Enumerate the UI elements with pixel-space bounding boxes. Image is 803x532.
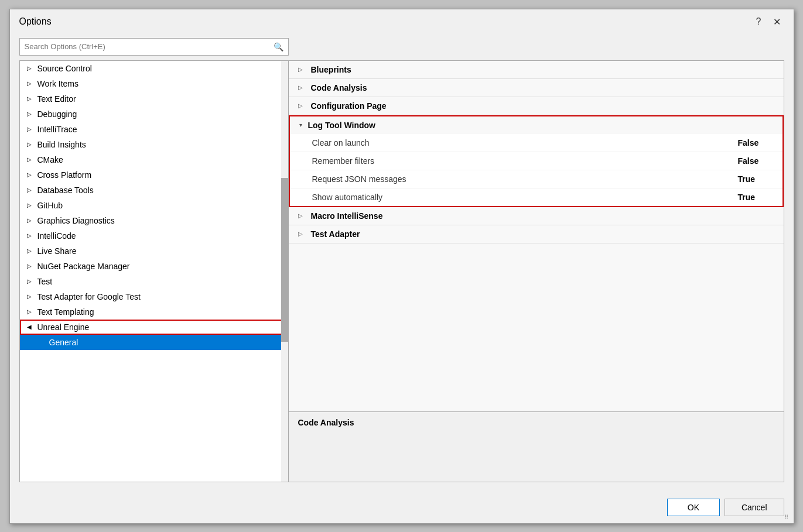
log-tool-arrow: ▾: [299, 122, 302, 128]
arrow-icon: ▷: [27, 156, 34, 163]
right-bottom: Code Analysis: [289, 411, 784, 482]
tree-item-github[interactable]: ▷GitHub: [20, 198, 288, 213]
tree-item-label: Database Tools: [37, 186, 94, 195]
arrow-icon: ◀: [27, 324, 34, 330]
tree-item-label: Live Share: [37, 246, 77, 256]
search-box: 🔍: [19, 38, 289, 56]
log-tool-window-section: ▾ Log Tool Window Clear on launchFalseRe…: [289, 115, 784, 207]
setting-name: Request JSON messages: [312, 174, 738, 184]
tree-item-label: Text Templating: [37, 307, 94, 317]
option-row-macro-intellisense[interactable]: ▷Macro IntelliSense: [289, 207, 784, 225]
search-icon: 🔍: [274, 42, 283, 52]
tree-item-label: IntelliCode: [37, 231, 76, 241]
ok-button[interactable]: OK: [667, 499, 720, 516]
tree-item-test[interactable]: ▷Test: [20, 274, 288, 289]
chevron-right-icon: ▷: [298, 102, 305, 109]
tree-item-cross-platform[interactable]: ▷Cross Platform: [20, 167, 288, 183]
tree-item-general[interactable]: General: [20, 335, 288, 350]
arrow-icon: ▷: [27, 278, 34, 284]
options-dialog: Options ? ✕ 🔍 ▷Source Control▷Work Items…: [9, 9, 794, 524]
option-row-blueprints[interactable]: ▷Blueprints: [289, 61, 784, 78]
arrow-icon: ▷: [27, 248, 34, 254]
arrow-icon: ▷: [27, 263, 34, 269]
tree-item-label: Test Adapter for Google Test: [37, 292, 141, 301]
tree-item-live-share[interactable]: ▷Live Share: [20, 243, 288, 259]
option-section-configuration-page: ▷Configuration Page: [289, 97, 784, 115]
tree-item-source-control[interactable]: ▷Source Control: [20, 61, 288, 76]
arrow-icon: ▷: [27, 80, 34, 87]
option-row-code-analysis[interactable]: ▷Code Analysis: [289, 79, 784, 97]
tree-item-cmake[interactable]: ▷CMake: [20, 152, 288, 167]
tree-item-text-templating[interactable]: ▷Text Templating: [20, 304, 288, 320]
dialog-body: 🔍 ▷Source Control▷Work Items▷Text Editor…: [10, 33, 794, 492]
log-tool-body: Clear on launchFalseRemember filtersFals…: [290, 134, 783, 206]
title-bar-controls: ? ✕: [753, 15, 784, 29]
tree-item-debugging[interactable]: ▷Debugging: [20, 107, 288, 122]
setting-name: Clear on launch: [312, 138, 738, 147]
scrollbar-track[interactable]: [281, 61, 288, 482]
setting-value: True: [738, 174, 773, 184]
tree-item-label: Unreal Engine: [37, 322, 90, 332]
setting-row-request-json-messages[interactable]: Request JSON messagesTrue: [290, 170, 783, 188]
chevron-right-icon: ▷: [298, 231, 305, 237]
setting-row-clear-on-launch[interactable]: Clear on launchFalse: [290, 134, 783, 152]
arrow-icon: ▷: [27, 65, 34, 71]
arrow-icon: ▷: [27, 171, 34, 178]
option-row-test-adapter[interactable]: ▷Test Adapter: [289, 225, 784, 243]
tree-item-nuget-package-manager[interactable]: ▷NuGet Package Manager: [20, 259, 288, 274]
tree-item-label: Test: [37, 277, 53, 286]
log-tool-label: Log Tool Window: [308, 121, 375, 130]
arrow-icon: ▷: [27, 308, 34, 315]
tree-item-label: NuGet Package Manager: [37, 262, 130, 271]
tree-item-label: GitHub: [37, 201, 63, 210]
option-label: Test Adapter: [311, 229, 360, 239]
setting-row-remember-filters[interactable]: Remember filtersFalse: [290, 152, 783, 170]
dialog-title: Options: [19, 16, 52, 27]
arrow-icon: ▷: [27, 187, 34, 193]
setting-name: Remember filters: [312, 156, 738, 166]
title-bar: Options ? ✕: [10, 9, 794, 33]
search-row: 🔍: [19, 38, 784, 56]
dialog-footer: OK Cancel: [10, 492, 794, 523]
resize-corner[interactable]: ⠿: [784, 514, 791, 521]
tree-item-test-adapter-google[interactable]: ▷Test Adapter for Google Test: [20, 289, 288, 304]
option-row-configuration-page[interactable]: ▷Configuration Page: [289, 97, 784, 115]
arrow-icon: ▷: [27, 95, 34, 102]
option-section-code-analysis: ▷Code Analysis: [289, 79, 784, 97]
arrow-icon: ▷: [27, 217, 34, 224]
arrow-icon: ▷: [27, 141, 34, 147]
option-label: Macro IntelliSense: [311, 211, 383, 221]
arrow-icon: ▷: [27, 232, 34, 239]
cancel-button[interactable]: Cancel: [725, 499, 784, 516]
option-label: Blueprints: [311, 65, 351, 74]
log-tool-header[interactable]: ▾ Log Tool Window: [290, 116, 783, 134]
close-button[interactable]: ✕: [770, 15, 784, 29]
chevron-right-icon: ▷: [298, 66, 305, 73]
setting-row-show-automatically[interactable]: Show automaticallyTrue: [290, 188, 783, 206]
option-section-macro-intellisense: ▷Macro IntelliSense: [289, 207, 784, 225]
tree-item-unreal-engine[interactable]: ◀Unreal Engine: [20, 320, 288, 335]
help-button[interactable]: ?: [753, 15, 765, 28]
option-label: Configuration Page: [311, 101, 387, 111]
tree-item-graphics-diagnostics[interactable]: ▷Graphics Diagnostics: [20, 213, 288, 228]
tree-item-intellicode[interactable]: ▷IntelliCode: [20, 228, 288, 243]
arrow-icon: ▷: [27, 202, 34, 208]
tree-item-label: Cross Platform: [37, 170, 92, 180]
tree-item-label: Build Insights: [37, 140, 86, 149]
tree-item-label: Debugging: [37, 109, 77, 119]
tree-item-database-tools[interactable]: ▷Database Tools: [20, 183, 288, 198]
search-input[interactable]: [25, 42, 274, 51]
tree-item-text-editor[interactable]: ▷Text Editor: [20, 91, 288, 107]
scrollbar-thumb[interactable]: [281, 178, 288, 342]
tree-item-label: Text Editor: [37, 94, 76, 104]
tree-item-work-items[interactable]: ▷Work Items: [20, 76, 288, 91]
tree-item-intellitrace[interactable]: ▷IntelliTrace: [20, 122, 288, 137]
chevron-right-icon: ▷: [298, 84, 305, 91]
tree-item-label: Work Items: [37, 79, 79, 88]
arrow-icon: ▷: [27, 111, 34, 117]
setting-value: False: [738, 138, 773, 147]
option-section-blueprints: ▷Blueprints: [289, 61, 784, 79]
right-bottom-title: Code Analysis: [298, 418, 774, 427]
tree-item-build-insights[interactable]: ▷Build Insights: [20, 137, 288, 152]
setting-value: True: [738, 193, 773, 202]
